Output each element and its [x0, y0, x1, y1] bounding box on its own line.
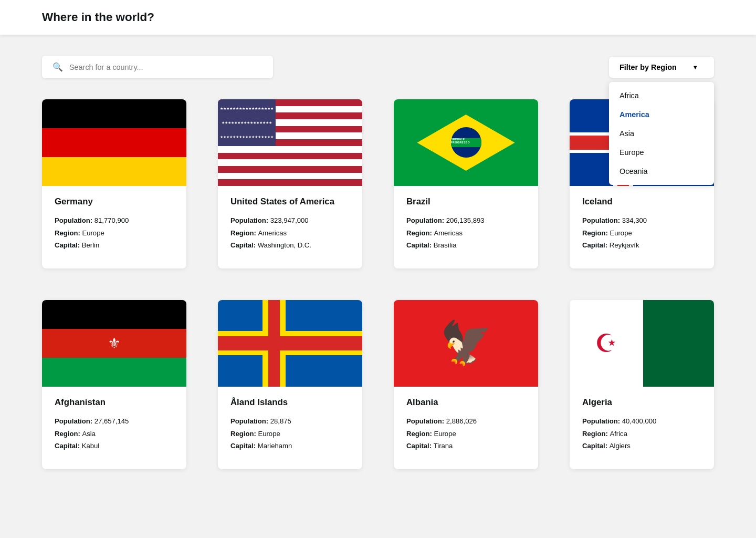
card-body-germany: Germany Population: 81,770,900 Region: E… [42, 186, 186, 268]
card-body-albania: Albania Population: 2,886,026 Region: Eu… [394, 387, 538, 469]
pop-value: 334,300 [622, 216, 647, 224]
country-info: Population: 2,886,026 Region: Europe Cap… [406, 415, 526, 452]
card-body-usa: United States of America Population: 323… [218, 186, 362, 268]
flag-aland [218, 300, 362, 387]
pop-label: Population: [582, 417, 620, 425]
controls-bar: 🔍 Filter by Region ▼ Africa America Asia… [0, 35, 756, 89]
card-algeria[interactable]: ☪ Algeria Population: 40,400,000 Region:… [570, 300, 714, 469]
reg-label: Region: [582, 430, 608, 438]
country-name: Algeria [582, 397, 701, 408]
eagle-emblem: 🦅 [440, 322, 492, 364]
country-name: Iceland [582, 196, 701, 207]
dropdown-item-asia[interactable]: Asia [609, 124, 714, 143]
reg-value: Americas [434, 229, 463, 237]
cap-value: Brasília [434, 241, 457, 249]
pop-label: Population: [406, 216, 444, 224]
reg-value: Africa [610, 430, 627, 438]
countries-grid: ⚜ Afghanistan Population: 27,657,145 Reg… [0, 300, 756, 501]
country-info: Population: 334,300 Region: Europe Capit… [582, 214, 701, 252]
cap-value: Washington, D.C. [258, 241, 311, 249]
dropdown-item-europe[interactable]: Europe [609, 143, 714, 162]
cap-value: Algiers [610, 442, 631, 450]
reg-label: Region: [230, 229, 256, 237]
search-icon: 🔍 [52, 62, 63, 72]
pop-label: Population: [230, 216, 268, 224]
cap-label: Capital: [582, 442, 607, 450]
country-info: Population: 40,400,000 Region: Africa Ca… [582, 415, 701, 452]
country-name: Åland Islands [230, 397, 350, 408]
country-name: Albania [406, 397, 526, 408]
card-germany[interactable]: Germany Population: 81,770,900 Region: E… [42, 99, 186, 268]
pop-value: 27,657,145 [94, 417, 129, 425]
country-info: Population: 323,947,000 Region: Americas… [230, 214, 350, 252]
reg-label: Region: [55, 229, 80, 237]
card-body-iceland: Iceland Population: 334,300 Region: Euro… [570, 186, 714, 268]
cap-value: Reykjavík [610, 241, 639, 249]
dropdown-item-africa[interactable]: Africa [609, 86, 714, 105]
card-body-afghanistan: Afghanistan Population: 27,657,145 Regio… [42, 387, 186, 469]
reg-value: Asia [82, 430, 96, 438]
reg-value: Europe [434, 430, 456, 438]
pop-label: Population: [55, 216, 92, 224]
pop-value: 206,135,893 [446, 216, 485, 224]
cap-label: Capital: [582, 241, 607, 249]
pop-value: 28,875 [270, 417, 291, 425]
reg-value: Europe [82, 229, 104, 237]
reg-value: Europe [258, 430, 280, 438]
card-body-algeria: Algeria Population: 40,400,000 Region: A… [570, 387, 714, 469]
pop-label: Population: [406, 417, 444, 425]
flag-afghanistan: ⚜ [42, 300, 186, 387]
pop-label: Population: [582, 216, 620, 224]
flag-albania: 🦅 [394, 300, 538, 387]
flag-germany [42, 99, 186, 186]
pop-label: Population: [55, 417, 92, 425]
card-body-brazil: Brazil Population: 206,135,893 Region: A… [394, 186, 538, 268]
reg-label: Region: [406, 229, 432, 237]
search-input[interactable] [69, 63, 262, 71]
crescent-star-icon: ☪ [595, 328, 617, 358]
country-info: Population: 81,770,900 Region: Europe Ca… [55, 214, 174, 252]
chevron-down-icon: ▼ [692, 64, 698, 70]
filter-label: Filter by Region [620, 63, 677, 71]
country-name: Germany [55, 196, 174, 207]
card-usa[interactable]: ★★★★★★ ★★★★★ ★★★★★★ ★★★★★ ★★★★★★ ★★★★★ ★… [218, 99, 362, 268]
card-aland[interactable]: Åland Islands Population: 28,875 Region:… [218, 300, 362, 469]
cap-label: Capital: [406, 442, 432, 450]
cap-label: Capital: [230, 442, 256, 450]
pop-value: 40,400,000 [622, 417, 657, 425]
flag-algeria: ☪ [570, 300, 714, 387]
pop-value: 2,886,026 [446, 417, 477, 425]
country-name: United States of America [230, 196, 350, 207]
card-brazil[interactable]: ORDEM E PROGRESSO Brazil Population: 206… [394, 99, 538, 268]
pop-value: 81,770,900 [94, 216, 129, 224]
cap-label: Capital: [230, 241, 256, 249]
country-info: Population: 28,875 Region: Europe Capita… [230, 415, 350, 452]
filter-button[interactable]: Filter by Region ▼ [609, 57, 714, 78]
flag-brazil: ORDEM E PROGRESSO [394, 99, 538, 186]
filter-wrapper: Filter by Region ▼ Africa America Asia E… [609, 57, 714, 78]
cap-label: Capital: [55, 442, 80, 450]
country-name: Afghanistan [55, 397, 174, 408]
pop-value: 323,947,000 [270, 216, 309, 224]
card-afghanistan[interactable]: ⚜ Afghanistan Population: 27,657,145 Reg… [42, 300, 186, 469]
flag-usa: ★★★★★★ ★★★★★ ★★★★★★ ★★★★★ ★★★★★★ ★★★★★ ★… [218, 99, 362, 186]
reg-label: Region: [230, 430, 256, 438]
pop-label: Population: [230, 417, 268, 425]
site-title: Where in the world? [42, 11, 154, 24]
reg-label: Region: [55, 430, 80, 438]
cap-value: Berlin [82, 241, 100, 249]
reg-label: Region: [582, 229, 608, 237]
country-info: Population: 27,657,145 Region: Asia Capi… [55, 415, 174, 452]
card-body-aland: Åland Islands Population: 28,875 Region:… [218, 387, 362, 469]
cap-value: Mariehamn [258, 442, 292, 450]
card-albania[interactable]: 🦅 Albania Population: 2,886,026 Region: … [394, 300, 538, 469]
cap-label: Capital: [406, 241, 432, 249]
dropdown-item-america[interactable]: America [609, 105, 714, 124]
cap-label: Capital: [55, 241, 80, 249]
reg-label: Region: [406, 430, 432, 438]
cap-value: Kabul [82, 442, 100, 450]
dropdown-item-oceania[interactable]: Oceania [609, 162, 714, 181]
search-wrapper: 🔍 [42, 56, 273, 78]
country-name: Brazil [406, 196, 526, 207]
reg-value: Europe [610, 229, 632, 237]
